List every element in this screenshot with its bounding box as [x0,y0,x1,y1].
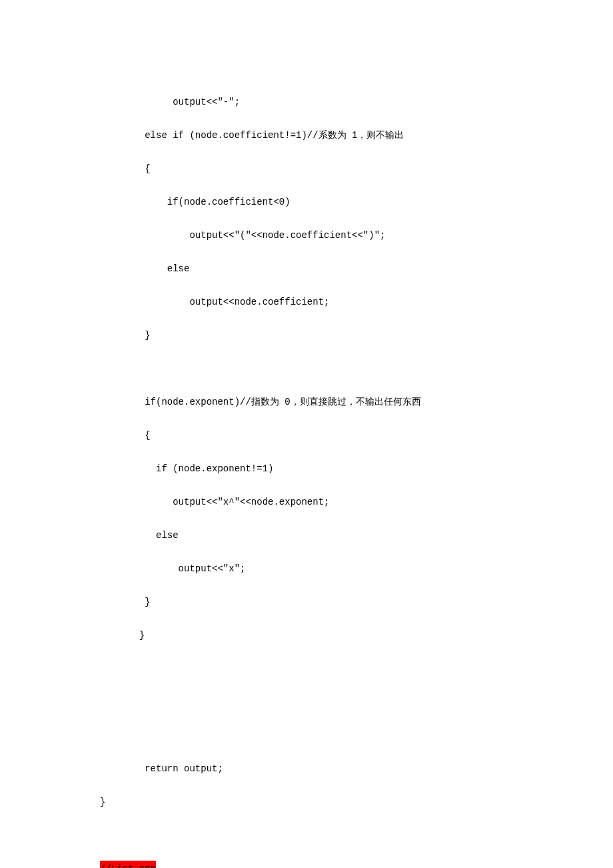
code-line: { [100,427,513,444]
code-line: } [100,327,513,344]
code-line: output<<"x"; [100,561,513,577]
code-line: else if (node.coefficient!=1)//系数为 1，则不输… [100,127,513,144]
code-line: output<<"("<<node.coefficient<<")"; [100,227,513,244]
code-line: if (node.exponent!=1) [100,461,513,477]
code-line: { [100,161,513,177]
code-line: else [100,527,513,544]
code-line: } [100,794,513,811]
blank-line [100,827,513,844]
code-line: output<<"x^"<<node.exponent; [100,494,513,511]
blank-line [100,727,513,744]
section-highlight: //List.cpp [100,861,513,868]
code-line: else [100,261,513,277]
code-line: output<<"-"; [100,94,513,111]
code-line: output<<node.coefficient; [100,294,513,311]
code-line: if(node.coefficient<0) [100,194,513,211]
blank-line [100,361,513,377]
code-document: output<<"-"; else if (node.coefficient!=… [0,0,613,868]
highlight-label: //List.cpp [100,861,156,868]
blank-line [100,694,513,711]
code-line: } [100,627,513,644]
code-line: if(node.exponent)//指数为 0，则直接跳过，不输出任何东西 [100,394,513,411]
code-line: return output; [100,761,513,777]
code-line: } [100,594,513,611]
blank-line [100,661,513,677]
